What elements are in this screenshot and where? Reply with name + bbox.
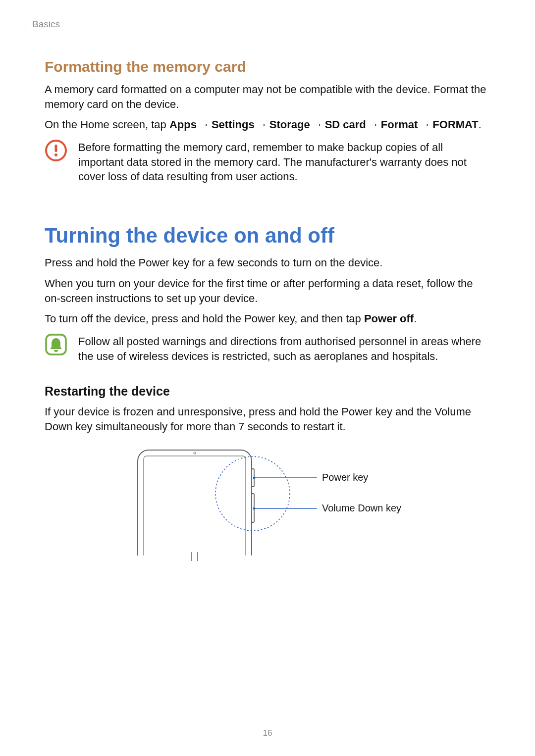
section-title-format-card: Formatting the memory card bbox=[45, 58, 490, 75]
manual-page: Basics Formatting the memory card A memo… bbox=[0, 0, 535, 756]
arrow-icon: → bbox=[312, 117, 323, 132]
svg-rect-1 bbox=[55, 145, 57, 152]
page-header: Basics bbox=[25, 18, 490, 31]
warning-text: Before formatting the memory card, remem… bbox=[78, 139, 490, 184]
figure-label-volume: Volume Down key bbox=[322, 503, 401, 513]
arrow-icon: → bbox=[368, 117, 379, 132]
power-para2: When you turn on your device for the fir… bbox=[45, 276, 490, 305]
arrow-icon: → bbox=[199, 117, 210, 132]
nav-prefix: On the Home screen, tap bbox=[45, 118, 169, 131]
svg-point-15 bbox=[253, 476, 256, 479]
format-card-nav-path: On the Home screen, tap Apps→Settings→St… bbox=[45, 117, 490, 132]
power-off-label: Power off bbox=[364, 312, 414, 325]
arrow-icon: → bbox=[420, 117, 430, 132]
svg-rect-5 bbox=[144, 456, 246, 563]
power-para3-suffix: . bbox=[414, 312, 417, 325]
svg-point-17 bbox=[253, 507, 256, 509]
restart-paragraph: If your device is frozen and unresponsiv… bbox=[45, 404, 490, 434]
device-keys-figure: Power key Volume Down key bbox=[45, 444, 490, 563]
power-para1: Press and hold the Power key for a few s… bbox=[45, 255, 490, 270]
arrow-icon: → bbox=[257, 117, 268, 132]
nav-step: Storage bbox=[269, 118, 310, 131]
nav-step: SD card bbox=[325, 118, 366, 131]
info-text: Follow all posted warnings and direction… bbox=[78, 333, 490, 363]
svg-point-6 bbox=[194, 452, 196, 454]
svg-rect-4 bbox=[138, 450, 252, 563]
caution-icon bbox=[45, 139, 67, 162]
nav-step: Format bbox=[381, 118, 418, 131]
nav-suffix: . bbox=[479, 118, 482, 131]
main-title-power: Turning the device on and off bbox=[45, 224, 490, 248]
svg-point-2 bbox=[54, 153, 57, 156]
warning-note: Before formatting the memory card, remem… bbox=[45, 139, 490, 184]
figure-label-power: Power key bbox=[322, 472, 368, 483]
sub-title-restart: Restarting the device bbox=[45, 384, 490, 399]
power-para3-prefix: To turn off the device, press and hold t… bbox=[45, 312, 364, 325]
bell-notice-icon bbox=[45, 333, 67, 356]
format-card-paragraph: A memory card formatted on a computer ma… bbox=[45, 82, 490, 111]
info-note: Follow all posted warnings and direction… bbox=[45, 333, 490, 363]
svg-rect-18 bbox=[129, 555, 277, 563]
nav-step: Settings bbox=[212, 118, 255, 131]
page-number: 16 bbox=[0, 728, 535, 738]
nav-step: Apps bbox=[169, 118, 197, 131]
power-para3: To turn off the device, press and hold t… bbox=[45, 311, 490, 326]
header-divider bbox=[25, 18, 25, 31]
header-section-label: Basics bbox=[32, 19, 60, 30]
nav-step: FORMAT bbox=[432, 118, 478, 131]
